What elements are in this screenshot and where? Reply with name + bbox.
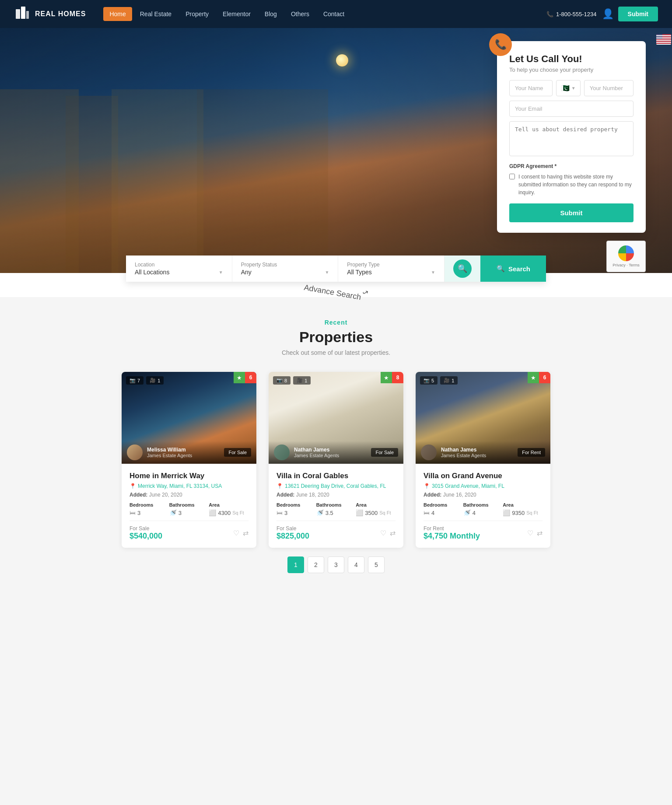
bed-icon-2: 🛏	[276, 509, 283, 516]
card-status-3: For Rent	[424, 525, 480, 532]
location-select[interactable]: Location All Locations ▼	[126, 256, 232, 282]
page-btn-5[interactable]: 5	[368, 556, 385, 573]
call-form-wrapper: 📞 Let Us Call You! To help you choose yo…	[497, 41, 646, 233]
card-price-section-1: For Sale $540,000	[130, 525, 162, 541]
agent-avatar-1	[127, 444, 143, 460]
card-price-1: $540,000	[130, 532, 162, 541]
search-bar: Location All Locations ▼ Property Status…	[126, 256, 546, 282]
card-badges-3: 📷 5 🎥 1	[420, 376, 458, 385]
form-submit-button[interactable]: Submit	[509, 203, 634, 222]
compare-icon-1[interactable]: ⇄	[243, 529, 248, 537]
agent-name-2: Nathan James	[294, 447, 371, 453]
compare-icon-3[interactable]: ⇄	[537, 529, 542, 537]
gdpr-checkbox[interactable]	[509, 174, 515, 179]
email-input[interactable]	[509, 101, 634, 117]
area-icon: ⬜	[209, 509, 216, 516]
page-btn-1[interactable]: 1	[287, 556, 304, 573]
video-icon: 🎥	[150, 378, 156, 383]
phone-input[interactable]	[584, 80, 634, 96]
agent-company-3: James Estate Agents	[441, 453, 518, 458]
card-footer-1: For Sale $540,000 ♡ ⇄	[130, 521, 248, 541]
video-count-badge-2: 🎥 1	[293, 376, 311, 385]
star-badge-2: ★	[381, 372, 392, 383]
card-title-1[interactable]: Home in Merrick Way	[130, 472, 248, 480]
page-btn-2[interactable]: 2	[308, 556, 324, 573]
nav-logo[interactable]: REAL HOMES	[14, 6, 86, 22]
search-icon-container[interactable]: 🔍	[444, 256, 481, 282]
favorite-icon-1[interactable]: ♡	[233, 529, 239, 537]
agent-info-1: Melissa William James Estate Agents	[147, 447, 224, 458]
agent-company-2: James Estate Agents	[294, 453, 371, 458]
location-pin-icon: 📍	[130, 483, 136, 489]
type-value[interactable]: All Types ▼	[347, 269, 435, 282]
call-form-title: Let Us Call You!	[509, 53, 634, 65]
search-button[interactable]: 🔍 Search	[481, 256, 546, 282]
nav-home[interactable]: Home	[103, 7, 132, 21]
nav-contact[interactable]: Contact	[317, 7, 350, 21]
card-price-3: $4,750 Monthly	[424, 532, 480, 541]
phone-flag-selector[interactable]: 🇵🇰 ▼	[556, 80, 581, 96]
svg-rect-0	[16, 9, 20, 19]
card-title-3[interactable]: Villa on Grand Avenue	[424, 472, 542, 480]
svg-rect-8	[197, 89, 328, 273]
property-card-1: 📷 7 🎥 1 ★ 6 Melissa William	[122, 372, 256, 548]
type-select[interactable]: Property Type All Types ▼	[338, 256, 444, 282]
page-btn-4[interactable]: 4	[348, 556, 364, 573]
num-badge-3: 6	[539, 372, 550, 383]
form-row-name-phone: 🇵🇰 ▼	[509, 80, 634, 96]
card-added-3: Added: June 16, 2020	[424, 492, 542, 498]
user-icon[interactable]: 👤	[602, 8, 614, 20]
card-location-3: 📍 3015 Grand Avenue, Miami, FL	[424, 483, 542, 489]
card-stats-2: Bedrooms 🛏 3 Bathrooms 🚿 3.5	[276, 502, 396, 516]
search-btn-icon: 🔍	[497, 265, 505, 273]
location-pin-icon-2: 📍	[276, 483, 283, 489]
agent-name-1: Melissa William	[147, 447, 224, 453]
agent-status-2: For Sale	[371, 448, 398, 457]
property-textarea[interactable]	[509, 121, 634, 156]
flag-icon: 🇵🇰	[561, 84, 570, 92]
card-location-1: 📍 Merrick Way, Miami, FL 33134, USA	[130, 483, 248, 489]
card-agent-3: Nathan James James Estate Agents For Ren…	[416, 441, 550, 464]
bedrooms-stat-3: Bedrooms 🛏 4	[424, 502, 463, 516]
nav-blog[interactable]: Blog	[259, 7, 283, 21]
page-btn-3[interactable]: 3	[328, 556, 344, 573]
call-icon: 📞	[489, 33, 512, 56]
card-stats-3: Bedrooms 🛏 4 Bathrooms 🚿 4	[424, 502, 542, 516]
status-select[interactable]: Property Status Any ▼	[232, 256, 339, 282]
card-added-1: Added: June 20, 2020	[130, 492, 248, 498]
card-badges-right-3: ★ 6	[528, 372, 550, 383]
nav-property[interactable]: Property	[179, 7, 215, 21]
agent-info-3: Nathan James James Estate Agents	[441, 447, 518, 458]
card-badges-right-1: ★ 6	[234, 372, 256, 383]
bedrooms-stat-1: Bedrooms 🛏 3	[130, 502, 169, 516]
location-value[interactable]: All Locations ▼	[135, 269, 223, 282]
card-price-section-3: For Rent $4,750 Monthly	[424, 525, 480, 541]
bath-icon-3: 🚿	[463, 509, 471, 516]
card-title-2[interactable]: Villa in Coral Gables	[276, 472, 396, 480]
area-icon-3: ⬜	[503, 509, 510, 516]
bedrooms-stat-2: Bedrooms 🛏 3	[276, 502, 316, 516]
agent-info-2: Nathan James James Estate Agents	[294, 447, 371, 458]
nav-elementor[interactable]: Elementor	[217, 7, 257, 21]
location-pin-icon-3: 📍	[424, 483, 430, 489]
property-card-3: 📷 5 🎥 1 ★ 6 Nathan James Ja	[416, 372, 550, 548]
svg-rect-5	[66, 96, 118, 273]
status-value[interactable]: Any ▼	[241, 269, 329, 282]
nav-real-estate[interactable]: Real Estate	[134, 7, 178, 21]
nav-others[interactable]: Others	[285, 7, 315, 21]
card-actions-1: ♡ ⇄	[233, 529, 248, 537]
compare-icon-2[interactable]: ⇄	[390, 529, 396, 537]
favorite-icon-2[interactable]: ♡	[380, 529, 386, 537]
agent-name-3: Nathan James	[441, 447, 518, 453]
properties-section: Recent Properties Check out some of our …	[95, 297, 577, 548]
hero-moon	[336, 54, 348, 66]
video-icon-2: 🎥	[297, 378, 303, 383]
card-footer-3: For Rent $4,750 Monthly ♡ ⇄	[424, 521, 542, 541]
advance-search[interactable]: Advance Search ↩	[26, 288, 646, 297]
nav-submit-button[interactable]: Submit	[618, 7, 658, 21]
card-agent-1: Melissa William James Estate Agents For …	[122, 441, 256, 464]
type-arrow-icon: ▼	[431, 270, 435, 275]
name-input[interactable]	[509, 80, 553, 96]
phone-icon: 📞	[546, 11, 553, 18]
favorite-icon-3[interactable]: ♡	[527, 529, 533, 537]
